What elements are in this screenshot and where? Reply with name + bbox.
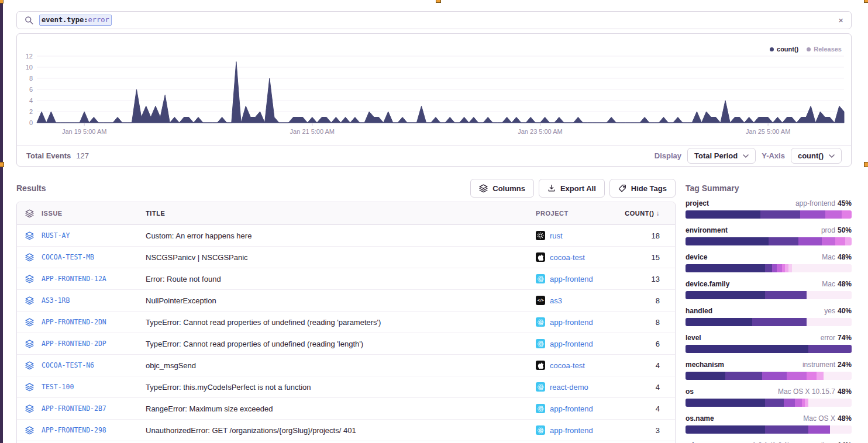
tag-bar-segment[interactable] (686, 291, 765, 299)
column-header-issue[interactable]: ISSUE (42, 210, 146, 217)
tag-top-value: prod (821, 226, 835, 234)
issue-link[interactable]: APP-FRONTEND-298 (42, 426, 106, 434)
tag-bar-segment[interactable] (808, 425, 830, 434)
selection-handle-top-center[interactable] (436, 0, 441, 3)
stack-header-icon[interactable] (17, 209, 42, 218)
hide-tags-button[interactable]: Hide Tags (609, 179, 676, 198)
selection-handle-top-right[interactable] (864, 0, 868, 3)
tag-bar[interactable] (686, 210, 852, 219)
results-table: ISSUE TITLE PROJECT COUNT()↓ RUST-AYCust… (16, 202, 676, 443)
tag-bar-segment[interactable] (822, 237, 835, 245)
column-header-title[interactable]: TITLE (146, 210, 536, 217)
tag-bar-segment[interactable] (765, 291, 807, 299)
tag-bar-segment[interactable] (777, 264, 782, 272)
tag-bar-segment[interactable] (800, 210, 825, 219)
issue-link[interactable]: APP-FRONTEND-2B7 (42, 404, 106, 413)
tag-bar[interactable] (686, 237, 852, 245)
table-row[interactable]: TEST-100TypeError: this.myCodeIsPerfect … (17, 376, 675, 398)
tag-bar-segment[interactable] (765, 399, 783, 407)
tag-bar-segment[interactable] (686, 318, 752, 326)
tag-bar-segment[interactable] (795, 399, 801, 407)
columns-button[interactable]: Columns (470, 179, 534, 198)
events-chart-svg[interactable]: 024681012Jan 19 5:00 AMJan 21 5:00 AMJan… (23, 50, 849, 139)
table-row[interactable]: COCOA-TEST-MBNSCGSPanicv | NSCGSPaniccoc… (17, 247, 675, 268)
tag-bar-segment[interactable] (772, 264, 777, 272)
tag-percent: 40% (838, 307, 852, 315)
issue-link[interactable]: APP-FRONTEND-2DP (42, 340, 106, 348)
table-row[interactable]: APP-FRONTEND-2DPTypeError: Cannot read p… (17, 333, 675, 355)
table-row[interactable]: RUST-AYCustom: An error happens hererust… (17, 225, 675, 247)
project-link[interactable]: rust (550, 231, 563, 240)
tag-bar-segment[interactable] (760, 210, 800, 219)
tag-bar-segment[interactable] (686, 210, 760, 219)
selection-handle-mid-right[interactable] (864, 162, 868, 167)
table-row[interactable]: COCOA-TEST-N6objc_msgSendcocoa-test4 (17, 355, 675, 376)
search-query-token[interactable]: event.type:error (39, 15, 112, 26)
issue-link[interactable]: COCOA-TEST-N6 (42, 361, 94, 369)
issue-link[interactable]: APP-FRONTEND-12A (42, 275, 106, 283)
tag-bar-segment[interactable] (765, 425, 808, 434)
tag-bar-segment[interactable] (787, 372, 807, 380)
tag-bar-segment[interactable] (842, 210, 852, 219)
tag-bar[interactable] (686, 345, 852, 353)
tag-bar-segment[interactable] (825, 210, 842, 219)
tag-bar-segment[interactable] (762, 372, 787, 380)
project-link[interactable]: react-demo (550, 383, 588, 392)
project-link[interactable]: app-frontend (550, 340, 593, 348)
column-header-count[interactable]: COUNT()↓ (625, 209, 675, 217)
yaxis-dropdown[interactable]: count() (791, 148, 842, 164)
project-link[interactable]: app-frontend (550, 426, 593, 435)
tag-bar[interactable] (686, 399, 852, 407)
export-all-button[interactable]: Export All (539, 179, 605, 198)
project-link[interactable]: app-frontend (550, 275, 593, 283)
tag-bar-segment[interactable] (769, 237, 798, 245)
table-row[interactable]: APP-FRONTEND-298UnauthorizedError: GET /… (17, 420, 675, 441)
table-row[interactable]: APP-FRONTEND-12AError: Route not foundap… (17, 268, 675, 290)
tag-bar[interactable] (686, 425, 852, 434)
column-header-project[interactable]: PROJECT (536, 210, 625, 217)
tag-bar-segment[interactable] (808, 345, 852, 353)
issue-link[interactable]: TEST-100 (42, 383, 74, 391)
issue-link[interactable]: RUST-AY (42, 231, 70, 240)
tag-bar-segment[interactable] (686, 372, 725, 380)
tag-bar-segment[interactable] (686, 399, 765, 407)
tag-bar-segment[interactable] (752, 318, 807, 326)
clear-search-icon[interactable]: × (838, 16, 843, 25)
project-link[interactable]: cocoa-test (550, 253, 585, 262)
tag-bar-segment[interactable] (784, 399, 795, 407)
tag-bar-segment (807, 318, 852, 326)
tag-bar-segment[interactable] (807, 372, 817, 380)
selection-handle-mid-left[interactable] (0, 162, 4, 167)
tag-bar-segment[interactable] (798, 237, 822, 245)
project-link[interactable]: app-frontend (550, 404, 593, 413)
issue-title: Custom: An error happens here (146, 231, 536, 240)
display-dropdown[interactable]: Total Period (687, 148, 756, 164)
legend-item-releases[interactable]: Releases (807, 46, 842, 53)
issue-link[interactable]: COCOA-TEST-MB (42, 253, 94, 261)
tag-bar-segment[interactable] (725, 372, 762, 380)
tag-bar-segment[interactable] (835, 237, 845, 245)
project-link[interactable]: cocoa-test (550, 361, 585, 370)
tag-bar-segment[interactable] (817, 372, 823, 380)
tag-bar[interactable] (686, 318, 852, 326)
table-row[interactable]: APP-FRONTEND-2B7RangeError: Maximum size… (17, 398, 675, 420)
issue-link[interactable]: APP-FRONTEND-2DN (42, 318, 106, 326)
tag-bar[interactable] (686, 291, 852, 299)
issue-link[interactable]: AS3-1RB (42, 296, 70, 304)
tag-bar-segment[interactable] (686, 345, 808, 353)
table-row[interactable]: APP-FRONTEND-2DNTypeError: Cannot read p… (17, 312, 675, 333)
project-link[interactable]: app-frontend (550, 318, 593, 327)
tag-bar-segment[interactable] (686, 264, 765, 272)
tag-bar-segment[interactable] (765, 264, 771, 272)
tag-bar[interactable] (686, 372, 852, 380)
table-row[interactable]: AS3-1RBNullPointerException</>as38 (17, 290, 675, 312)
tag-bar-segment[interactable] (845, 237, 852, 245)
project-link[interactable]: as3 (550, 296, 562, 305)
legend-item-count[interactable]: count() (770, 46, 798, 53)
tag-bar[interactable] (686, 264, 852, 272)
selection-handle-top-left[interactable] (0, 0, 4, 4)
search-bar[interactable]: event.type:error × (16, 11, 852, 29)
tag-bar-segment[interactable] (686, 237, 769, 245)
tag-bar-segment[interactable] (686, 425, 765, 434)
tag-name: environment (686, 226, 728, 234)
